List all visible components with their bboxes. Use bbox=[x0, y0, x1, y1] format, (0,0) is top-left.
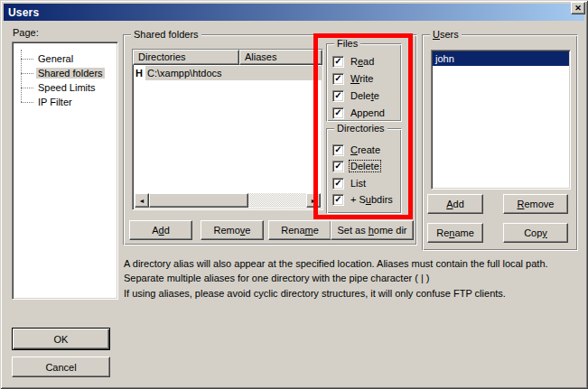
ok-button[interactable]: OK bbox=[12, 328, 110, 350]
checkbox-checked-icon: ✓ bbox=[332, 194, 344, 206]
remove-user-button[interactable]: Remove bbox=[503, 194, 568, 214]
cancel-button-label: Cancel bbox=[45, 362, 76, 373]
checkmark-icon: ✓ bbox=[334, 57, 341, 66]
copy-user-button-label: Copy bbox=[524, 227, 547, 238]
alias-note: A directory alias will also appear at th… bbox=[124, 256, 568, 285]
page-list[interactable]: General Shared folders Speed Limits IP F… bbox=[12, 42, 118, 300]
checkmark-icon: ✓ bbox=[334, 108, 341, 117]
delete-files-checkbox[interactable]: ✓ Delete bbox=[332, 88, 380, 103]
rename-directory-button-label: Rename bbox=[281, 225, 319, 236]
set-as-home-dir-button[interactable]: Set as home dir bbox=[331, 220, 414, 240]
checkbox-checked-icon: ✓ bbox=[332, 56, 344, 68]
create-checkbox-label: Create bbox=[350, 144, 381, 155]
directories-listview[interactable]: Directories Aliases H C:\xampp\htdocs ◄ … bbox=[132, 49, 323, 210]
rename-directory-button[interactable]: Rename bbox=[268, 220, 331, 240]
delete-dirs-checkbox[interactable]: ✓ Delete bbox=[332, 159, 380, 173]
checkbox-checked-icon: ✓ bbox=[332, 144, 344, 156]
append-checkbox-label: Append bbox=[350, 107, 386, 118]
add-user-button[interactable]: Add bbox=[427, 194, 483, 214]
column-header-directories[interactable]: Directories bbox=[133, 50, 239, 65]
directory-row[interactable]: H C:\xampp\htdocs bbox=[133, 66, 322, 80]
users-group: Users john Add Remove Rename Copy bbox=[422, 34, 578, 251]
cancel-button[interactable]: Cancel bbox=[12, 357, 110, 377]
directories-group-label: Directories bbox=[334, 123, 387, 134]
read-checkbox-label: Read bbox=[350, 56, 375, 67]
create-checkbox[interactable]: ✓ Create bbox=[332, 143, 381, 157]
rename-user-button[interactable]: Rename bbox=[427, 223, 483, 243]
set-as-home-dir-button-label: Set as home dir bbox=[337, 225, 406, 236]
user-row-john[interactable]: john bbox=[433, 51, 569, 66]
subdirs-checkbox-label: + Subdirs bbox=[350, 194, 394, 205]
users-list[interactable]: john bbox=[431, 50, 571, 190]
append-checkbox[interactable]: ✓ Append bbox=[332, 106, 386, 120]
checkbox-checked-icon: ✓ bbox=[332, 73, 344, 85]
scroll-right-button[interactable]: ► bbox=[306, 193, 321, 208]
list-checkbox-label: List bbox=[350, 178, 367, 189]
checkmark-icon: ✓ bbox=[334, 179, 341, 188]
copy-user-button[interactable]: Copy bbox=[503, 223, 568, 243]
checkbox-checked-icon: ✓ bbox=[332, 107, 344, 119]
checkbox-checked-icon: ✓ bbox=[332, 161, 344, 172]
cyclic-note: If using aliases, please avoid cyclic di… bbox=[124, 286, 568, 301]
directory-path: C:\xampp\htdocs bbox=[145, 66, 322, 80]
ok-button-label: OK bbox=[54, 334, 69, 345]
files-permissions-group: Files ✓ Read ✓ Write ✓ Delete ✓ Append bbox=[326, 43, 402, 122]
checkmark-icon: ✓ bbox=[334, 195, 341, 204]
page-item-general[interactable]: General bbox=[13, 51, 117, 66]
listview-header: Directories Aliases bbox=[133, 50, 322, 65]
page-item-label: Shared folders bbox=[36, 68, 105, 79]
scroll-left-icon: ◄ bbox=[139, 198, 145, 204]
add-user-button-label: Add bbox=[446, 199, 464, 209]
page-label: Page: bbox=[13, 27, 39, 38]
checkbox-checked-icon: ✓ bbox=[332, 178, 344, 190]
checkbox-checked-icon: ✓ bbox=[332, 90, 344, 102]
page-item-label: General bbox=[36, 53, 75, 64]
checkmark-icon: ✓ bbox=[334, 91, 341, 100]
checkmark-icon: ✓ bbox=[334, 74, 341, 83]
home-directory-flag: H bbox=[133, 66, 145, 80]
shared-folders-group-label: Shared folders bbox=[131, 29, 201, 41]
users-group-label: Users bbox=[430, 29, 462, 41]
column-header-aliases[interactable]: Aliases bbox=[239, 50, 322, 65]
add-directory-button-label: Add bbox=[152, 225, 170, 236]
scroll-left-button[interactable]: ◄ bbox=[135, 193, 149, 208]
delete-files-checkbox-label: Delete bbox=[350, 90, 380, 101]
titlebar[interactable]: Users bbox=[4, 4, 584, 21]
files-group-label: Files bbox=[334, 38, 360, 50]
checkmark-icon: ✓ bbox=[334, 162, 341, 171]
list-checkbox[interactable]: ✓ List bbox=[332, 176, 367, 190]
add-directory-button[interactable]: Add bbox=[129, 220, 192, 240]
horizontal-scrollbar[interactable]: ◄ ► bbox=[135, 193, 321, 208]
subdirs-checkbox[interactable]: ✓ + Subdirs bbox=[332, 192, 394, 207]
write-checkbox[interactable]: ✓ Write bbox=[332, 71, 374, 86]
users-dialog-window: Users ✕ Page: General Shared folders Spe… bbox=[0, 0, 588, 389]
checkmark-icon: ✓ bbox=[334, 145, 341, 154]
remove-directory-button-label: Remove bbox=[214, 225, 251, 236]
remove-directory-button[interactable]: Remove bbox=[201, 220, 264, 240]
page-item-label: IP Filter bbox=[36, 97, 74, 107]
rename-user-button-label: Rename bbox=[436, 227, 474, 238]
page-item-label: Speed Limits bbox=[36, 82, 98, 93]
directories-permissions-group: Directories ✓ Create ✓ Delete ✓ List ✓ +… bbox=[326, 128, 402, 214]
page-item-speed-limits[interactable]: Speed Limits bbox=[13, 80, 117, 95]
scrollbar-thumb[interactable] bbox=[149, 193, 248, 208]
window-title: Users bbox=[8, 6, 39, 19]
close-button[interactable]: ✕ bbox=[571, 2, 585, 14]
close-icon: ✕ bbox=[574, 5, 582, 13]
scroll-right-icon: ► bbox=[311, 198, 317, 204]
shared-folders-group: Shared folders Directories Aliases H C:\… bbox=[123, 34, 417, 245]
read-checkbox[interactable]: ✓ Read bbox=[332, 54, 375, 69]
write-checkbox-label: Write bbox=[350, 73, 374, 84]
delete-dirs-checkbox-label: Delete bbox=[350, 161, 380, 171]
page-item-ip-filter[interactable]: IP Filter bbox=[13, 95, 117, 109]
remove-user-button-label: Remove bbox=[518, 199, 555, 209]
page-item-shared-folders[interactable]: Shared folders bbox=[13, 66, 117, 80]
